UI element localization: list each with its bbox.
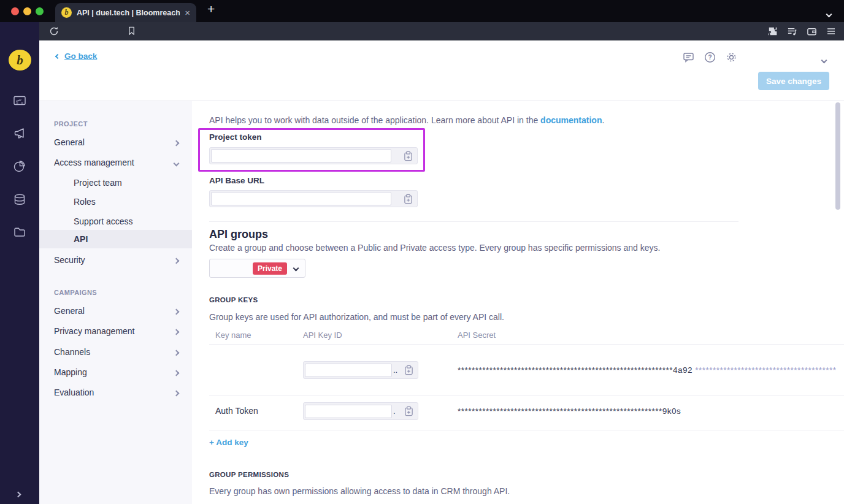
sidebar-item-campaigns-general[interactable]: General (39, 303, 192, 319)
copy-clipboard-icon[interactable] (404, 406, 413, 416)
column-key-name: Key name (215, 330, 251, 340)
new-tab-button[interactable]: + (207, 2, 215, 17)
api-base-url-input[interactable] (211, 192, 391, 205)
go-back-label: Go back (64, 52, 97, 61)
settings-gear-icon[interactable] (726, 52, 737, 63)
sidebar-item-roles[interactable]: Roles (39, 194, 192, 210)
api-secret-value: ****************************************… (458, 407, 844, 416)
menu-hamburger-icon[interactable] (826, 26, 836, 36)
svg-text:?: ? (708, 54, 712, 61)
sidebar-item-channels[interactable]: Channels (39, 344, 192, 360)
tab-search-chevron-icon[interactable] (827, 8, 831, 19)
private-badge: Private (253, 262, 287, 275)
chevron-right-icon (174, 306, 178, 316)
bookmark-icon[interactable] (126, 26, 137, 36)
sidebar-item-project-team[interactable]: Project team (39, 175, 192, 191)
data-database-icon[interactable] (13, 194, 26, 205)
api-intro-text: API helps you to work with data outside … (209, 115, 604, 125)
help-icon[interactable]: ? (704, 52, 716, 63)
sidebar-item-general[interactable]: General (39, 134, 192, 150)
assets-folder-icon[interactable] (13, 227, 26, 237)
browser-tab-strip: b API | duel.tech | Bloomreach × + (0, 0, 844, 22)
api-groups-description: Create a group and choose between a Publ… (209, 243, 660, 253)
group-permissions-title: GROUP PERMISSIONS (209, 471, 289, 478)
sidebar-section-project: PROJECT (54, 120, 88, 128)
copy-clipboard-icon[interactable] (404, 151, 413, 161)
column-api-secret: API Secret (458, 330, 496, 340)
add-key-link[interactable]: + Add key (209, 438, 248, 447)
sidebar-item-security[interactable]: Security (39, 252, 192, 268)
table-divider (209, 395, 844, 395)
sidebar-item-mapping[interactable]: Mapping (39, 364, 192, 380)
table-divider (209, 430, 844, 430)
column-api-key-id: API Key ID (303, 330, 342, 340)
window-close-button[interactable] (11, 7, 19, 15)
tab-close-icon[interactable]: × (185, 7, 190, 18)
project-token-input[interactable] (211, 149, 391, 162)
bloomreach-logo[interactable]: b (9, 50, 31, 71)
browser-toolbar: demoapp.exponea.com/p//project-settings/… (0, 22, 844, 40)
bloomreach-favicon-icon: b (61, 7, 72, 18)
chevron-right-icon (174, 255, 178, 265)
browser-tab[interactable]: b API | duel.tech | Bloomreach × (55, 3, 196, 22)
api-base-url-label: API Base URL (209, 176, 264, 185)
chevron-right-icon (174, 137, 178, 147)
api-base-url-field[interactable] (209, 190, 418, 207)
sidebar-item-support-access[interactable]: Support access (39, 213, 192, 229)
section-divider (209, 221, 738, 222)
group-keys-description: Group keys are used for API authorizatio… (209, 312, 504, 322)
api-key-id-input[interactable] (305, 364, 392, 377)
extensions-puzzle-icon[interactable] (768, 26, 778, 37)
chevron-right-icon (174, 388, 178, 397)
chevron-right-icon (174, 326, 178, 336)
tab-title: API | duel.tech | Bloomreach (77, 9, 180, 17)
window-minimize-button[interactable] (23, 7, 31, 15)
chevron-down-icon (174, 158, 178, 167)
rail-expand-chevron-icon[interactable] (16, 488, 20, 499)
campaigns-megaphone-icon[interactable] (13, 128, 26, 139)
table-divider (209, 344, 844, 345)
key-name-auth-token: Auth Token (215, 406, 258, 416)
go-back-link[interactable]: Go back (56, 52, 97, 61)
scrollbar-thumb[interactable] (835, 102, 840, 210)
group-keys-title: GROUP KEYS (209, 296, 258, 304)
copy-clipboard-icon[interactable] (404, 194, 413, 204)
sidebar-item-evaluation[interactable]: Evaluation (39, 384, 192, 400)
api-settings-content: API helps you to work with data outside … (192, 101, 844, 504)
project-token-label: Project token (209, 132, 262, 142)
chevron-right-icon (174, 347, 178, 357)
api-key-id-input[interactable] (305, 405, 392, 418)
back-chevron-icon (55, 53, 60, 58)
sidebar-item-privacy-management[interactable]: Privacy management (39, 323, 192, 339)
sidebar-section-campaigns: CAMPAIGNS (54, 289, 97, 296)
app-header: Go back ? Save changes (39, 40, 844, 101)
api-key-id-field[interactable]: .. (303, 361, 418, 379)
reload-button[interactable] (49, 26, 59, 36)
settings-sidebar: PROJECT General Access management Projec… (39, 101, 192, 504)
api-secret-value: ****************************************… (458, 365, 844, 375)
documentation-link[interactable]: documentation (540, 115, 602, 125)
window-zoom-button[interactable] (36, 7, 44, 15)
chevron-right-icon (174, 367, 178, 377)
header-collapse-chevron-icon[interactable] (822, 54, 826, 65)
sidebar-item-access-management[interactable]: Access management (39, 155, 192, 170)
app-nav-rail: b (0, 22, 39, 504)
playlist-icon[interactable] (787, 26, 797, 37)
project-token-field[interactable] (209, 147, 418, 164)
api-key-id-field[interactable]: . (303, 402, 418, 420)
chevron-down-icon (293, 265, 299, 272)
group-permissions-description: Every group has own permissions allowing… (209, 486, 510, 496)
api-group-select[interactable]: Private (209, 259, 305, 278)
copy-clipboard-icon[interactable] (404, 365, 413, 375)
dashboard-icon[interactable] (13, 96, 26, 106)
save-changes-button[interactable]: Save changes (758, 72, 829, 90)
feedback-comment-icon[interactable] (683, 52, 694, 63)
analytics-pie-icon[interactable] (13, 161, 25, 172)
sidebar-item-api[interactable]: API (39, 230, 192, 248)
api-groups-title: API groups (209, 228, 268, 241)
wallet-icon[interactable] (807, 26, 817, 37)
